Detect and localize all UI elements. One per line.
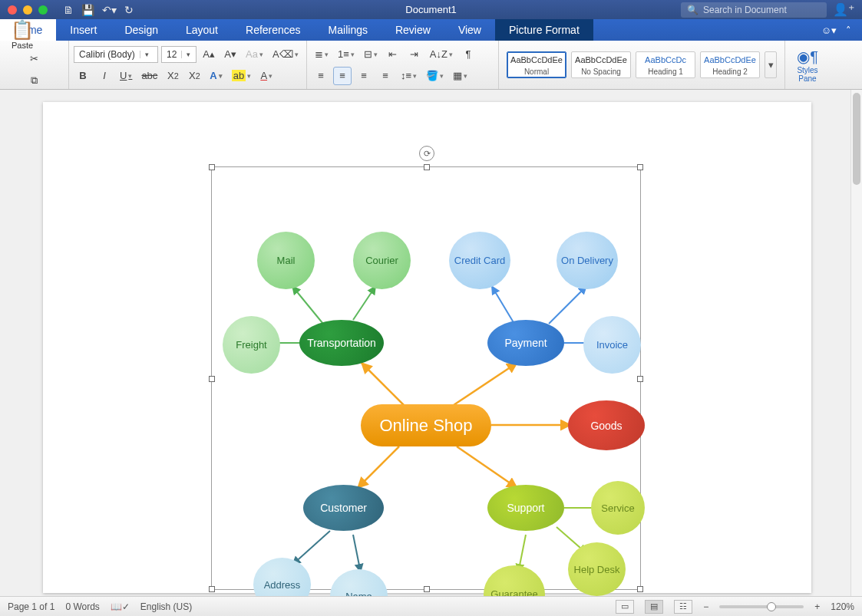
subscript-button[interactable]: X2 [163, 67, 182, 85]
chevron-down-icon[interactable]: ▾ [181, 51, 193, 58]
group-font: Calibri (Body) ▾ 12 ▾ A▴ A▾ Aa A⌫ B I U … [69, 41, 307, 89]
focus-view-button[interactable]: ▭ [616, 600, 634, 614]
zoom-in-button[interactable]: + [814, 601, 820, 612]
scrollbar-thumb[interactable] [853, 93, 860, 185]
paste-icon[interactable]: 📋 [11, 19, 34, 41]
rotate-handle[interactable]: ⟳ [419, 146, 434, 161]
tab-design[interactable]: Design [111, 19, 172, 41]
strikethrough-button[interactable]: abc [138, 67, 160, 85]
numbering-button[interactable]: 1≡ [335, 45, 358, 64]
save-icon[interactable]: 💾 [81, 4, 94, 16]
redo-icon[interactable]: ↻ [124, 4, 134, 16]
vertical-scrollbar[interactable] [850, 90, 862, 596]
font-size-value: 12 [162, 49, 181, 60]
page-indicator[interactable]: Page 1 of 1 [8, 601, 54, 612]
bold-button[interactable]: B [74, 67, 92, 85]
align-right-button[interactable]: ≡ [355, 67, 373, 85]
tab-mailings[interactable]: Mailings [315, 19, 381, 41]
node-help-desk: Help Desk [568, 542, 626, 596]
paste-button[interactable]: Paste [12, 41, 33, 50]
italic-button[interactable]: I [95, 67, 114, 85]
text-effects-button[interactable]: A [206, 67, 225, 85]
change-case-button[interactable]: Aa [243, 45, 266, 64]
font-name-combo[interactable]: Calibri (Body) ▾ [74, 46, 158, 63]
justify-button[interactable]: ≡ [376, 67, 395, 85]
style-heading-2[interactable]: AaBbCcDdEe Heading 2 [700, 51, 760, 78]
new-doc-icon[interactable]: 🗎 [63, 4, 74, 16]
show-marks-button[interactable]: ¶ [459, 45, 477, 64]
style-heading-1[interactable]: AaBbCcDc Heading 1 [636, 51, 695, 78]
tab-picture-format[interactable]: Picture Format [495, 19, 593, 41]
zoom-slider[interactable] [719, 605, 804, 608]
search-box[interactable]: 🔍 [681, 2, 827, 18]
zoom-level[interactable]: 120% [831, 601, 854, 612]
node-guarantee: Guarantee [484, 565, 545, 596]
window-controls [0, 5, 48, 15]
bullets-button[interactable]: ≣ [312, 45, 332, 64]
document-title: Document1 [405, 4, 456, 15]
spellcheck-icon[interactable]: 📖✓ [111, 601, 130, 612]
highlight-button[interactable]: ab [229, 67, 254, 85]
node-mail: Mail [257, 232, 315, 289]
multilevel-list-button[interactable]: ⊟ [361, 45, 381, 64]
share-icon[interactable]: 👤⁺ [833, 2, 854, 17]
page[interactable]: ⟳ [43, 102, 811, 593]
node-payment: Payment [487, 320, 564, 366]
font-name-value: Calibri (Body) [74, 49, 140, 60]
grow-font-button[interactable]: A▴ [200, 45, 218, 64]
clear-formatting-button[interactable]: A⌫ [269, 45, 302, 64]
zoom-window-button[interactable] [38, 5, 48, 15]
feedback-icon[interactable]: ☺▾ [821, 25, 837, 36]
svg-line-8 [491, 285, 514, 324]
chevron-down-icon[interactable]: ▾ [140, 51, 152, 58]
word-count[interactable]: 0 Words [65, 601, 99, 612]
svg-line-6 [353, 285, 376, 320]
increase-indent-button[interactable]: ⇥ [405, 45, 424, 64]
sort-button[interactable]: A↓Z [427, 45, 456, 64]
decrease-indent-button[interactable]: ⇤ [384, 45, 402, 64]
print-layout-view-button[interactable]: ▤ [645, 600, 663, 614]
tab-review[interactable]: Review [381, 19, 444, 41]
group-clipboard: 📋 Paste ✂ ⧉ 🖌 [0, 41, 69, 89]
close-window-button[interactable] [8, 5, 17, 15]
node-service: Service [591, 481, 645, 535]
copy-icon[interactable]: ⧉ [5, 71, 64, 90]
underline-button[interactable]: U [117, 67, 135, 85]
minimize-window-button[interactable] [23, 5, 32, 15]
node-freight: Freight [223, 316, 280, 374]
undo-icon[interactable]: ↶▾ [102, 4, 117, 16]
node-online-shop: Online Shop [361, 404, 491, 446]
group-styles-pane: ◉¶ Styles Pane [785, 41, 830, 89]
svg-line-5 [292, 285, 326, 328]
borders-button[interactable]: ▦ [450, 67, 471, 85]
tab-insert[interactable]: Insert [56, 19, 111, 41]
font-color-button[interactable]: A [257, 67, 276, 85]
zoom-out-button[interactable]: − [703, 601, 708, 612]
language-indicator[interactable]: English (US) [140, 601, 192, 612]
zoom-slider-knob[interactable] [767, 602, 776, 611]
styles-pane-button[interactable]: ◉¶ Styles Pane [790, 48, 825, 83]
shrink-font-button[interactable]: A▾ [221, 45, 239, 64]
line-spacing-button[interactable]: ↕≡ [398, 67, 420, 85]
search-input[interactable] [703, 5, 818, 15]
ribbon-tabs: Home Insert Design Layout References Mai… [0, 19, 862, 41]
font-size-combo[interactable]: 12 ▾ [161, 46, 197, 63]
collapse-ribbon-icon[interactable]: ˄ [846, 25, 851, 36]
node-transportation: Transportation [299, 320, 384, 366]
quick-access-toolbar: 🗎 💾 ↶▾ ↻ [63, 4, 134, 16]
tab-view[interactable]: View [444, 19, 495, 41]
align-left-button[interactable]: ≡ [312, 67, 330, 85]
svg-line-11 [292, 531, 330, 565]
node-goods: Goods [568, 400, 645, 450]
shading-button[interactable]: 🪣 [423, 67, 447, 85]
tab-references[interactable]: References [232, 19, 315, 41]
style-normal[interactable]: AaBbCcDdEe Normal [507, 51, 566, 78]
tab-layout[interactable]: Layout [172, 19, 232, 41]
styles-gallery-expand[interactable]: ▾ [765, 51, 777, 78]
superscript-button[interactable]: X2 [185, 67, 203, 85]
style-no-spacing[interactable]: AaBbCcDdEe No Spacing [571, 51, 631, 78]
document-area[interactable]: ⟳ [0, 90, 862, 596]
align-center-button[interactable]: ≡ [333, 67, 352, 85]
cut-icon[interactable]: ✂ [5, 50, 64, 68]
web-layout-view-button[interactable]: ☷ [674, 600, 692, 614]
